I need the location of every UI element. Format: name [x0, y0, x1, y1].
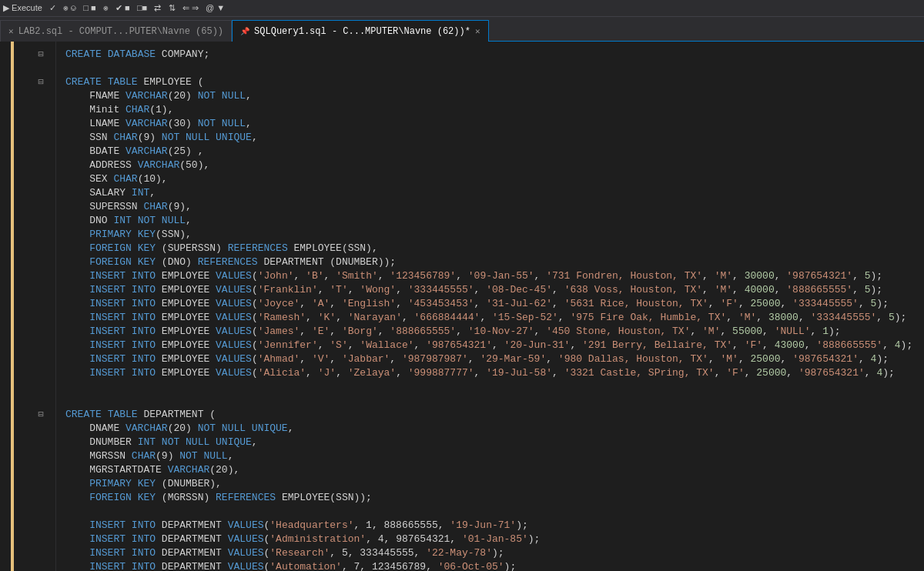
gutter-line-9: [14, 159, 55, 172]
code-line-minit: Minit CHAR(1),: [65, 103, 924, 117]
gutter-line-16: [14, 255, 55, 269]
gutter-line-17: [14, 269, 55, 283]
gutter-line-28: [14, 422, 55, 436]
tab-sqlquery1-pin-icon: 📌: [240, 27, 249, 36]
code-line-insert-dept-4: INSERT INTO DEPARTMENT VALUES('Automatio…: [65, 560, 924, 571]
gutter-line-13: [14, 214, 55, 228]
code-line-dname: DNAME VARCHAR(20) NOT NULL UNIQUE,: [65, 422, 924, 436]
code-line-lname: LNAME VARCHAR(30) NOT NULL,: [65, 117, 924, 131]
code-line-pk-ssn: PRIMARY KEY(SSN),: [65, 228, 924, 242]
code-line-blank-4: [65, 505, 924, 519]
gutter-line-34: [14, 505, 55, 519]
gutter-line-5: [14, 103, 55, 117]
code-line-insert-dept-1: INSERT INTO DEPARTMENT VALUES('Headquart…: [65, 519, 924, 533]
gutter-line-19: [14, 297, 55, 311]
code-line-pk-dnumber: PRIMARY KEY (DNUMBER),: [65, 477, 924, 491]
code-line-blank-2: [65, 380, 924, 394]
code-line-insert-emp-8: INSERT INTO EMPLOYEE VALUES('Alicia', 'J…: [65, 366, 924, 380]
tab-sqlquery1-close-icon[interactable]: ✕: [475, 26, 480, 36]
gutter-line-15: [14, 242, 55, 255]
gutter-line-32: [14, 477, 55, 491]
gutter-line-38: [14, 560, 55, 571]
gutter-line-18: [14, 283, 55, 297]
gutter-line-20: [14, 311, 55, 325]
tab-lab2-close-icon[interactable]: ✕: [8, 26, 14, 36]
code-line-insert-emp-3: INSERT INTO EMPLOYEE VALUES('Joyce', 'A'…: [65, 297, 924, 311]
code-line-insert-emp-6: INSERT INTO EMPLOYEE VALUES('Jennifer', …: [65, 339, 924, 352]
code-line-fk-mgrssn: FOREIGN KEY (MGRSSN) REFERENCES EMPLOYEE…: [65, 491, 924, 505]
code-line-fk-superssn: FOREIGN KEY (SUPERSSN) REFERENCES EMPLOY…: [65, 242, 924, 255]
gutter-line-23: [14, 352, 55, 366]
gutter-line-2: [14, 62, 55, 75]
gutter-line-31: [14, 463, 55, 477]
code-line-address: ADDRESS VARCHAR(50),: [65, 159, 924, 172]
tab-lab2-label: LAB2.sql - COMPUT...PUTER\Navne (65)): [18, 26, 223, 37]
code-line-insert-emp-4: INSERT INTO EMPLOYEE VALUES('Ramesh', 'K…: [65, 311, 924, 325]
code-line-salary: SALARY INT,: [65, 186, 924, 200]
toolbar: ▶ Execute ✓ ⎈ ⎉ □ ■ ⎈ ✔ ■ □■ ⇄ ⇅ ⇐ ⇒ @ ▼: [0, 0, 924, 17]
gutter-line-33: [14, 491, 55, 505]
code-line-fname: FNAME VARCHAR(20) NOT NULL,: [65, 89, 924, 103]
code-line-create-db: CREATE DATABASE COMPANY;: [65, 48, 924, 62]
code-line-fk-dno: FOREIGN KEY (DNO) REFERENCES DEPARTMENT …: [65, 255, 924, 269]
code-line-create-employee: CREATE TABLE EMPLOYEE (: [65, 75, 924, 89]
gutter-line-24: [14, 366, 55, 380]
gutter-line-8: [14, 145, 55, 159]
code-line-superssn: SUPERSSN CHAR(9),: [65, 200, 924, 214]
gutter-line-22: [14, 339, 55, 352]
gutter-line-30: [14, 449, 55, 463]
toolbar-text: ▶ Execute ✓ ⎈ ⎉ □ ■ ⎈ ✔ ■ □■ ⇄ ⇅ ⇐ ⇒ @ ▼: [3, 3, 225, 13]
code-line-insert-emp-7: INSERT INTO EMPLOYEE VALUES('Ahmad', 'V'…: [65, 352, 924, 366]
gutter-line-7: [14, 131, 55, 145]
code-line-mgrssn: MGRSSN CHAR(9) NOT NULL,: [65, 449, 924, 463]
gutter-line-25: [14, 380, 55, 394]
code-line-insert-dept-2: INSERT INTO DEPARTMENT VALUES('Administr…: [65, 533, 924, 546]
tab-lab2[interactable]: ✕ LAB2.sql - COMPUT...PUTER\Navne (65)): [0, 20, 232, 42]
code-line-insert-emp-2: INSERT INTO EMPLOYEE VALUES('Franklin', …: [65, 283, 924, 297]
tab-sqlquery1-label: SQLQuery1.sql - C...MPUTER\Navne (62))*: [254, 26, 470, 37]
gutter-line-27: ⊟: [14, 408, 55, 422]
code-line-blank-1: [65, 62, 924, 75]
editor-container: ⊟ ⊟ ⊟: [0, 42, 924, 571]
tab-sqlquery1[interactable]: 📌 SQLQuery1.sql - C...MPUTER\Navne (62))…: [232, 20, 488, 42]
gutter-line-21: [14, 325, 55, 339]
gutter-line-12: [14, 200, 55, 214]
line-number-gutter: ⊟ ⊟ ⊟: [14, 42, 56, 571]
code-line-insert-dept-3: INSERT INTO DEPARTMENT VALUES('Research'…: [65, 546, 924, 560]
left-margin: [0, 42, 11, 571]
gutter-line-14: [14, 228, 55, 242]
gutter-line-36: [14, 533, 55, 546]
gutter-line-35: [14, 519, 55, 533]
gutter-line-11: [14, 186, 55, 200]
gutter-line-1: ⊟: [14, 48, 55, 62]
code-line-insert-emp-5: INSERT INTO EMPLOYEE VALUES('James', 'E'…: [65, 325, 924, 339]
gutter-line-3: ⊟: [14, 75, 55, 89]
code-line-sex: SEX CHAR(10),: [65, 172, 924, 186]
code-line-create-dept: CREATE TABLE DEPARTMENT (: [65, 408, 924, 422]
code-editor[interactable]: CREATE DATABASE COMPANY; CREATE TABLE EM…: [56, 42, 924, 571]
code-line-insert-emp-1: INSERT INTO EMPLOYEE VALUES('John', 'B',…: [65, 269, 924, 283]
code-line-bdate: BDATE VARCHAR(25) ,: [65, 145, 924, 159]
gutter-line-26: [14, 394, 55, 408]
gutter-line-37: [14, 546, 55, 560]
gutter-line-10: [14, 172, 55, 186]
gutter-line-6: [14, 117, 55, 131]
gutter-line-29: [14, 436, 55, 449]
code-line-mgrstartdate: MGRSTARTDATE VARCHAR(20),: [65, 463, 924, 477]
code-line-dno: DNO INT NOT NULL,: [65, 214, 924, 228]
code-line-ssn: SSN CHAR(9) NOT NULL UNIQUE,: [65, 131, 924, 145]
code-line-blank-3: [65, 394, 924, 408]
tab-bar: ✕ LAB2.sql - COMPUT...PUTER\Navne (65)) …: [0, 17, 924, 42]
gutter-line-4: [14, 89, 55, 103]
code-line-dnumber: DNUMBER INT NOT NULL UNIQUE,: [65, 436, 924, 449]
